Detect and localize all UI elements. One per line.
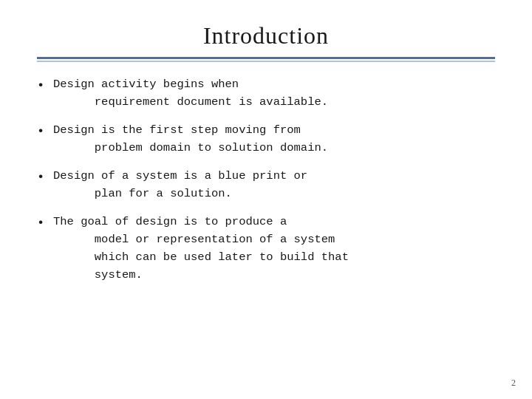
slide-title: Introduction [37,22,495,50]
bullet-text-3: Design of a system is a blue print or pl… [53,167,307,202]
page-number: 2 [511,378,516,389]
bullet-dot-3: • [37,168,53,187]
divider-top-line [37,57,495,59]
bullet-dot-2: • [37,122,53,141]
bullet-item-1: • Design activity begins when requiremen… [37,75,495,111]
slide: Introduction • Design activity begins wh… [0,0,532,399]
divider-bottom-line [37,61,495,62]
bullet-text-2: Design is the first step moving from pro… [53,121,328,157]
bullet-dot-4: • [37,214,53,233]
bullet-item-3: • Design of a system is a blue print or … [37,167,495,202]
bullet-item-4: • The goal of design is to produce a mod… [37,213,495,284]
bullet-text-4: The goal of design is to produce a model… [53,213,349,284]
bullet-text-1: Design activity begins when requirement … [53,75,328,111]
content-area: • Design activity begins when requiremen… [37,75,495,385]
bullet-item-2: • Design is the first step moving from p… [37,121,495,157]
divider [37,57,495,62]
title-section: Introduction [37,22,495,50]
bullet-dot-1: • [37,76,53,95]
